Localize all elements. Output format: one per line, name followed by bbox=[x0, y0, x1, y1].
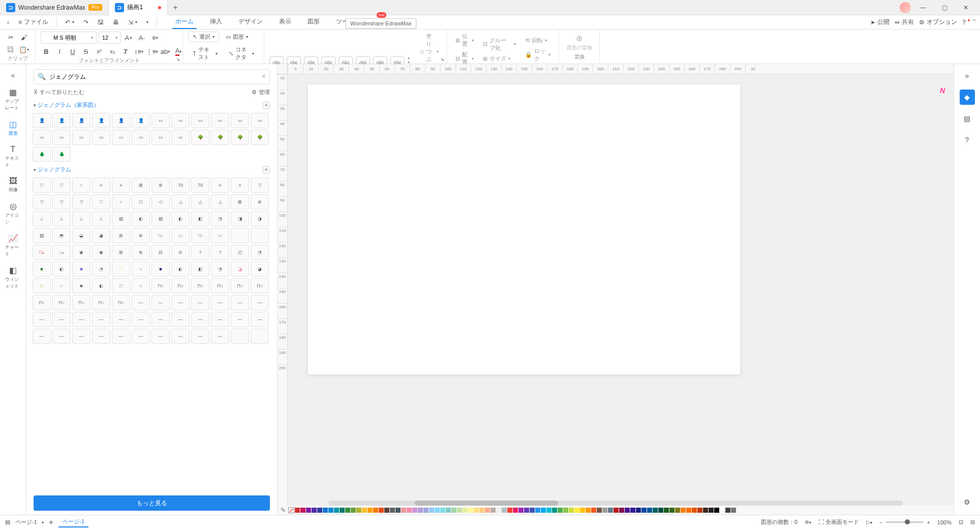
shape-item[interactable]: 🌳 bbox=[231, 130, 249, 145]
shape-item[interactable]: ◐ bbox=[171, 211, 190, 226]
subscript-button[interactable]: x₂ bbox=[107, 46, 118, 57]
shape-item[interactable]: ⊥ bbox=[72, 211, 90, 226]
shape-item[interactable]: ⊓○ bbox=[231, 278, 249, 293]
color-swatch[interactable] bbox=[664, 508, 669, 513]
color-swatch[interactable] bbox=[334, 508, 339, 513]
color-swatch[interactable] bbox=[323, 508, 328, 513]
color-swatch[interactable] bbox=[435, 508, 440, 513]
close-button[interactable]: ✕ bbox=[957, 0, 975, 15]
bullet-list-button[interactable]: ⋮≡▾ bbox=[146, 46, 158, 57]
color-swatch[interactable] bbox=[356, 508, 361, 513]
shape-item[interactable]: — bbox=[211, 312, 229, 327]
color-swatch[interactable] bbox=[328, 508, 333, 513]
shape-item[interactable]: — bbox=[211, 329, 229, 344]
italic-button[interactable]: I bbox=[54, 46, 65, 57]
shape-item[interactable]: — bbox=[92, 312, 110, 327]
shape-item[interactable]: — bbox=[211, 295, 229, 310]
color-swatch[interactable] bbox=[574, 508, 579, 513]
shape-item[interactable]: ■ bbox=[72, 261, 90, 277]
export-button[interactable]: ⇲▾ bbox=[125, 18, 140, 27]
decrease-font-button[interactable]: A- bbox=[136, 32, 147, 43]
slider-track[interactable] bbox=[885, 521, 924, 523]
shape-item[interactable]: ⊞ bbox=[112, 245, 130, 260]
shape-item[interactable]: ▨ bbox=[112, 211, 130, 226]
shape-replace-button[interactable]: ⊕ 図形の置換 bbox=[567, 34, 592, 51]
shape-item[interactable]: ◐ bbox=[52, 261, 71, 277]
color-swatch[interactable] bbox=[407, 508, 412, 513]
shape-item[interactable]: ≡ bbox=[92, 178, 110, 193]
color-swatch[interactable] bbox=[641, 508, 647, 513]
size-button[interactable]: ⊞サイズ▾ bbox=[480, 54, 519, 64]
shape-item[interactable]: ◧ bbox=[191, 211, 209, 226]
superscript-button[interactable]: x² bbox=[94, 46, 105, 57]
connector-tool-button[interactable]: ⤡コネクタ▾ bbox=[224, 44, 259, 63]
shape-item[interactable]: ■ bbox=[72, 278, 90, 293]
color-swatch[interactable] bbox=[725, 508, 730, 513]
shape-item[interactable]: ■ bbox=[151, 261, 170, 277]
font-family-select[interactable]: ▾ bbox=[41, 32, 97, 44]
fullscreen-button[interactable]: ⛶ 全画面モード bbox=[818, 518, 859, 526]
file-menu[interactable]: ≡ファイル bbox=[15, 17, 51, 27]
slider-thumb[interactable] bbox=[905, 519, 910, 524]
shape-item[interactable] bbox=[231, 228, 249, 243]
shape-item[interactable]: ⊓○ bbox=[191, 278, 209, 293]
shape-item[interactable]: □ₛ bbox=[151, 228, 170, 243]
shape-item[interactable]: ⊗ bbox=[251, 194, 269, 210]
no-fill-swatch[interactable] bbox=[288, 507, 294, 513]
bold-button[interactable]: B bbox=[41, 46, 52, 57]
color-swatch[interactable] bbox=[608, 508, 613, 513]
shape-item[interactable]: ◔ bbox=[251, 245, 269, 260]
shape-item[interactable]: — bbox=[52, 312, 71, 327]
tab-view[interactable]: 表示 bbox=[276, 15, 294, 29]
color-swatch[interactable] bbox=[580, 508, 585, 513]
shape-item[interactable]: ≡ bbox=[231, 178, 249, 193]
scrollbar-thumb[interactable] bbox=[415, 501, 559, 506]
underline-button[interactable]: U bbox=[67, 46, 78, 57]
color-swatch[interactable] bbox=[535, 508, 540, 513]
color-swatch[interactable] bbox=[457, 508, 462, 513]
rail-template[interactable]: ▦テンプレート bbox=[2, 84, 24, 114]
case-button[interactable]: ab▾ bbox=[160, 46, 171, 57]
color-swatch[interactable] bbox=[340, 508, 345, 513]
user-avatar[interactable] bbox=[900, 2, 911, 13]
shape-item[interactable]: □ₒ bbox=[33, 245, 51, 260]
shape-item[interactable] bbox=[231, 329, 249, 344]
section-lib-icon[interactable]: A bbox=[263, 166, 270, 173]
shape-item[interactable]: ▽ bbox=[251, 178, 269, 193]
rail-widget[interactable]: ◧ウィジェット bbox=[2, 262, 24, 292]
shape-item[interactable]: — bbox=[151, 312, 170, 327]
shape-item[interactable]: ○ₛ bbox=[171, 228, 190, 243]
minimize-button[interactable]: — bbox=[914, 0, 932, 15]
font-launcher-icon[interactable]: ⬊ bbox=[176, 57, 180, 62]
color-swatch[interactable] bbox=[295, 508, 300, 513]
shape-item[interactable]: ⊟ bbox=[151, 245, 170, 260]
color-swatch[interactable] bbox=[502, 508, 507, 513]
line-spacing-button[interactable]: ↕≡▾ bbox=[133, 46, 144, 57]
increase-font-button[interactable]: A+ bbox=[123, 32, 134, 43]
shape-item[interactable]: ○ bbox=[132, 261, 150, 277]
shape-item[interactable]: — bbox=[132, 312, 150, 327]
shape-item[interactable]: ◐ bbox=[132, 211, 150, 226]
font-size-input[interactable] bbox=[99, 32, 121, 44]
shape-item[interactable]: ▨ bbox=[151, 211, 170, 226]
color-swatch[interactable] bbox=[496, 508, 501, 513]
ai-assistant-icon[interactable]: N bbox=[936, 84, 948, 97]
shape-search-input[interactable] bbox=[34, 69, 270, 84]
color-swatch[interactable] bbox=[636, 508, 641, 513]
color-swatch[interactable] bbox=[591, 508, 596, 513]
color-swatch[interactable] bbox=[368, 508, 373, 513]
tab-insert[interactable]: 挿入 bbox=[207, 15, 225, 29]
tab-home[interactable]: ホーム bbox=[172, 15, 197, 29]
shape-item[interactable]: ▭ bbox=[72, 130, 90, 145]
tab-shape[interactable]: 図形 bbox=[304, 15, 323, 29]
shape-item[interactable]: ? bbox=[211, 245, 229, 260]
shape-item[interactable]: △ bbox=[211, 194, 229, 210]
clear-format-button[interactable]: T̷ bbox=[120, 46, 131, 57]
redo-button[interactable]: ↷ bbox=[80, 18, 91, 27]
shape-item[interactable]: — bbox=[191, 329, 209, 344]
section-lib-icon[interactable]: A bbox=[263, 102, 270, 109]
style-launcher-icon[interactable]: ⬊ bbox=[441, 57, 445, 62]
shape-item[interactable]: ⊥ bbox=[92, 211, 110, 226]
shape-item[interactable]: — bbox=[171, 329, 190, 344]
shape-item[interactable]: □ bbox=[92, 194, 110, 210]
